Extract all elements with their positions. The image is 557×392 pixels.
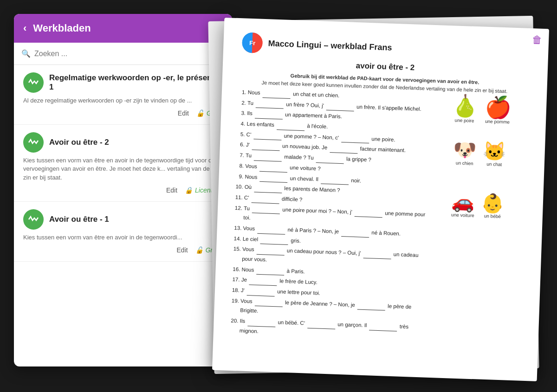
pear-emoji: 🍐 [451, 95, 479, 117]
ws-footer-1: Edit 🔓 Gra... [23, 109, 223, 117]
questions-list: Nous un chat et un chien. Tu un frère ? … [232, 87, 431, 342]
cat-label: un chat [486, 161, 502, 167]
ws-desc-1: Al deze regelmatige werkwoorden op -er z… [23, 96, 223, 105]
ws-title-3: Avoir ou être - 1 [49, 215, 109, 224]
fr-text: Fr [249, 39, 256, 46]
ws-footer-3: Edit 🔓 Gratis [23, 246, 223, 254]
worksheet-top-1: Regelmatige werkwoorden op -er, le prése… [23, 72, 223, 93]
baby-label: un bébé [484, 213, 501, 219]
dog-emoji: 🐶 [453, 140, 477, 160]
img-cat: 🐱 un chat [483, 141, 507, 167]
worksheet-top-2: Avoir ou être - 2 [23, 132, 223, 153]
search-icon: 🔍 [21, 49, 31, 58]
ws-desc-2: Kies tussen een vorm van être en avoir i… [23, 156, 223, 182]
pear-label: une poire [455, 117, 474, 123]
ws-title-2: Avoir ou être - 2 [49, 138, 109, 147]
dog-label: un chien [456, 161, 473, 166]
ws-icon-2 [23, 132, 44, 153]
ws-title-1: Regelmatige werkwoorden op -er, le prése… [49, 73, 223, 92]
worksheet-item-3: Avoir ou être - 1 Kies tussen een vorm v… [14, 202, 232, 262]
back-button[interactable]: ‹ [23, 22, 26, 34]
baby-emoji: 👶 [481, 193, 505, 213]
ws-icon-3 [23, 209, 44, 230]
questions-section: Nous un chat et un chien. Tu un frère ? … [232, 87, 528, 346]
lock-icon-2: 🔒 [185, 186, 193, 194]
images-column: 🍐 une poire 🍎 une pomme 🐶 un chien 🐱 un … [427, 94, 528, 346]
left-panel: ‹ Werkbladen 🔍 Regelmatige werkwoorden o… [14, 14, 232, 366]
ws-desc-3: Kies tussen een vorm van être en avoir i… [23, 233, 223, 242]
apple-label: une pomme [485, 119, 510, 125]
panel-title: Werkbladen [33, 22, 91, 34]
worksheet-top-3: Avoir ou être - 1 [23, 209, 223, 230]
panel-header: ‹ Werkbladen [14, 14, 232, 43]
lock-icon-3: 🔓 [195, 246, 203, 254]
car-emoji: 🚗 [451, 192, 475, 212]
cat-emoji: 🐱 [483, 141, 506, 161]
img-baby: 👶 un bébé [481, 193, 505, 219]
img-pear: 🍐 une poire [451, 95, 479, 123]
worksheet-list: Regelmatige werkwoorden op -er, le prése… [14, 65, 232, 366]
ws-edit-1[interactable]: Edit [178, 109, 189, 117]
trash-icon[interactable]: 🗑 [532, 34, 543, 46]
doc-header: Fr Macco Lingui – werkblad Frans 🗑 [242, 32, 530, 63]
ws-footer-2: Edit 🔒 Licentie... [23, 186, 223, 194]
lock-icon-1: 🔓 [196, 109, 204, 117]
img-dog: 🐶 un chien [453, 140, 477, 166]
search-input[interactable] [34, 50, 225, 58]
img-car: 🚗 une voiture [451, 192, 475, 218]
doc-app-title: Macco Lingui – werkblad Frans [268, 39, 392, 52]
search-bar: 🔍 [14, 43, 232, 65]
worksheet-item-1: Regelmatige werkwoorden op -er, le prése… [14, 65, 232, 125]
ws-icon-1 [23, 72, 44, 93]
ws-edit-3[interactable]: Edit [177, 246, 188, 254]
worksheet-item-2: Avoir ou être - 2 Kies tussen een vorm v… [14, 125, 232, 202]
img-row-objects: 🚗 une voiture 👶 un bébé [451, 192, 505, 219]
img-row-fruits: 🍐 une poire 🍎 une pomme [451, 95, 512, 124]
car-label: une voiture [451, 212, 474, 218]
apple-emoji: 🍎 [484, 96, 512, 118]
fr-badge: Fr [242, 32, 263, 53]
img-row-animals: 🐶 un chien 🐱 un chat [453, 140, 507, 167]
document-panel: Fr Macco Lingui – werkblad Frans 🗑 avoir… [212, 18, 549, 381]
ws-edit-2[interactable]: Edit [166, 186, 177, 194]
img-apple: 🍎 une pomme [484, 96, 512, 125]
